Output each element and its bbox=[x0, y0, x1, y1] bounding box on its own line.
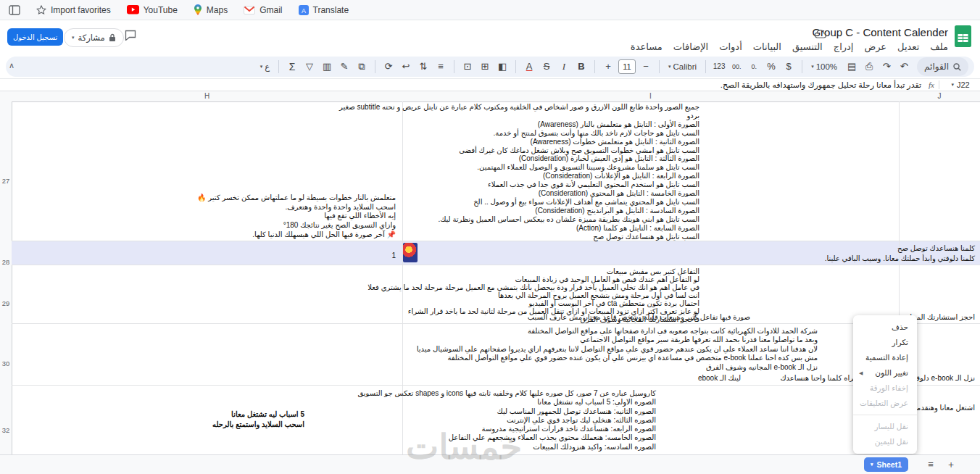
borders-icon[interactable]: ⊞ bbox=[476, 58, 494, 75]
menus-search-button[interactable]: القوائم bbox=[917, 57, 968, 76]
cell-text-line: شركة الحمد للادوات الكهربائية كانت بتواج… bbox=[417, 327, 818, 336]
column-header-h[interactable]: H bbox=[12, 92, 402, 100]
cell-I30-link[interactable]: لينك الـ ebook bbox=[698, 374, 741, 382]
menubar-item[interactable]: إدراج bbox=[834, 41, 854, 52]
vertical-align-icon[interactable]: ⇅ bbox=[415, 58, 432, 75]
duplicate-menu-item[interactable]: تكرار ◀ bbox=[853, 335, 917, 350]
insert-chart-icon[interactable]: ▥ bbox=[318, 58, 336, 75]
italic-icon[interactable]: I bbox=[555, 58, 573, 75]
row-header-30[interactable]: 30 bbox=[0, 359, 12, 367]
print-icon[interactable]: ⎙ bbox=[860, 58, 878, 75]
row-header-29[interactable]: 29 bbox=[0, 299, 12, 307]
horizontal-align-icon[interactable]: ≡ bbox=[432, 58, 449, 75]
share-button[interactable]: مشاركة ▾ bbox=[64, 28, 124, 47]
add-sheet-icon[interactable]: ＋ bbox=[944, 457, 958, 472]
bookmark-youtube[interactable]: YouTube bbox=[127, 5, 178, 15]
cell-H32[interactable]: 5 اسباب ليه تشتغل معانااسحب السلايد واست… bbox=[212, 409, 304, 429]
cell-text-line: السب تايتل هو حاجات لازم تاخد بالك منها … bbox=[339, 129, 699, 138]
menu-separator[interactable]: ◀ bbox=[853, 415, 917, 415]
column-header-j[interactable]: J bbox=[899, 92, 980, 100]
cell-text-line: السب تايتل هو استخدم المحتوي التعليمي لأ… bbox=[339, 180, 699, 189]
menubar-item[interactable]: البيانات bbox=[753, 41, 781, 52]
hide-sheet-menu-item[interactable]: إخفاء الورقة ◀ bbox=[853, 381, 917, 396]
menubar-item[interactable]: أدوات bbox=[719, 41, 742, 52]
decrease-decimal-icon[interactable]: .0 bbox=[745, 58, 763, 75]
toolbar-group-cell-format: ◧⊞⊡ bbox=[459, 58, 511, 75]
menubar-item[interactable]: التنسيق bbox=[792, 41, 823, 52]
comment-history-icon[interactable] bbox=[125, 30, 136, 43]
cell-I29-note[interactable]: صورة فيها تفاعل كتير ومبيعات قليله وشخص … bbox=[528, 313, 750, 321]
text-wrap-icon[interactable]: ↩ bbox=[397, 58, 415, 75]
menubar-item[interactable]: تعديل bbox=[897, 41, 919, 52]
row-header-32[interactable]: 32 bbox=[0, 426, 12, 434]
cell-name-box[interactable]: J22 ▾ bbox=[944, 80, 977, 89]
row-header-27[interactable]: 27 bbox=[0, 177, 12, 185]
insert-link-icon[interactable]: ⧉ bbox=[353, 58, 370, 75]
collapse-toolbar-icon[interactable]: ∧ bbox=[9, 61, 14, 70]
bookmark-gmail[interactable]: Gmail bbox=[244, 5, 282, 15]
delete-menu-item[interactable]: حذف ◀ bbox=[853, 320, 917, 335]
functions-icon[interactable]: Σ bbox=[283, 58, 301, 75]
increase-font-size-button[interactable]: + bbox=[599, 58, 617, 75]
text-direction-label: ع bbox=[265, 62, 270, 72]
bold-icon[interactable]: B bbox=[573, 58, 590, 75]
document-title[interactable]: Group C - Content Calender bbox=[812, 26, 948, 38]
filter-icon[interactable]: ▽ bbox=[301, 58, 318, 75]
menubar-item[interactable]: الإضافات bbox=[673, 41, 708, 52]
change-color-menu-item[interactable]: تغيير اللون ◀ bbox=[853, 365, 917, 381]
font-size-input[interactable]: 11 bbox=[618, 59, 636, 74]
text-direction-button[interactable]: ع ▾ bbox=[256, 58, 274, 75]
undo-icon[interactable]: ↶ bbox=[895, 58, 913, 75]
bookmark-label: Translate bbox=[313, 5, 349, 15]
cell-text-line: السب تايتل هو سلمنا مشروعك وسيبنا التسوي… bbox=[339, 163, 699, 172]
text-rotation-icon[interactable]: ⟳ bbox=[380, 58, 397, 75]
cell-text-line: الصوره الثالثه: هنخلي ليك تواجد قوي علي … bbox=[358, 416, 657, 425]
screen: Import favorites YouTube Maps Gmail A Tr… bbox=[0, 0, 980, 474]
show-comments-menu-item[interactable]: عرض التعليقات ◀ bbox=[853, 396, 917, 411]
redo-icon[interactable]: ↷ bbox=[878, 58, 895, 75]
sign-in-button[interactable]: تسجيل الدخول bbox=[7, 28, 63, 46]
fill-color-icon[interactable]: ◧ bbox=[494, 58, 511, 75]
zoom-select[interactable]: 100% ▾ bbox=[807, 58, 842, 75]
cell-I30[interactable]: شركة الحمد للادوات الكهربائية كانت بتواج… bbox=[417, 327, 818, 372]
merge-cells-icon[interactable]: ⊡ bbox=[459, 58, 476, 75]
percent-icon[interactable]: % bbox=[763, 58, 780, 75]
bookmark-maps[interactable]: Maps bbox=[194, 4, 228, 15]
paint-format-icon[interactable]: ▤ bbox=[843, 58, 860, 75]
decrease-font-size-button[interactable]: − bbox=[637, 58, 655, 75]
cell-image-thumbnail[interactable] bbox=[403, 243, 418, 262]
number-format-icon[interactable]: 123 bbox=[710, 58, 728, 75]
font-select[interactable]: Calibri ▾ bbox=[664, 58, 701, 75]
formula-input[interactable]: تقدر تبدأ معانا رحلة تحليل جمهورك واستهد… bbox=[721, 80, 921, 90]
insert-comment-icon[interactable]: ✎ bbox=[336, 58, 353, 75]
cell-text-line: التفاعل كتير بس مفيش مبيعات bbox=[368, 267, 699, 275]
bookmark-import-favorites[interactable]: Import favorites bbox=[36, 5, 111, 15]
cell-J28[interactable]: كلمنا هنساعدك توصل صحكلمنا دلوقتي وابدأ … bbox=[825, 244, 975, 263]
bookmark-translate[interactable]: A Translate bbox=[299, 5, 349, 15]
rename-menu-item[interactable]: إعادة التسمية ◀ bbox=[853, 350, 917, 365]
menus-search-label: القوائم bbox=[924, 62, 949, 72]
strikethrough-icon[interactable]: S bbox=[538, 58, 555, 75]
move-left-menu-item[interactable]: نقل لليسار ◀ bbox=[853, 419, 917, 434]
all-sheets-icon[interactable]: ≡ bbox=[923, 457, 938, 472]
menubar-item[interactable]: عرض bbox=[864, 41, 886, 52]
sheets-logo-icon[interactable] bbox=[955, 25, 971, 50]
move-right-menu-item[interactable]: نقل لليمين ◀ bbox=[853, 434, 917, 449]
column-header-i[interactable]: I bbox=[402, 92, 899, 100]
menubar-item[interactable]: ملف bbox=[930, 41, 948, 52]
cell-text-line: الصورة الرابعة : التايتل هو الإعلانات (C… bbox=[339, 172, 699, 180]
row-header-28[interactable]: 28 bbox=[0, 258, 12, 266]
menubar-item[interactable]: مساعدة bbox=[631, 41, 663, 52]
toolbar-group-insert: ⧉✎▥▽Σ bbox=[283, 58, 370, 75]
text-color-icon[interactable]: A bbox=[520, 58, 538, 75]
bookmark-label: Gmail bbox=[259, 5, 282, 15]
cell-H28[interactable]: 1 bbox=[391, 251, 396, 259]
cell-text-line: الصوره السادسه: واكيد هنزودلك المبيعات bbox=[358, 443, 657, 452]
increase-decimal-icon[interactable]: .00 bbox=[728, 58, 745, 75]
currency-icon[interactable]: $ bbox=[780, 58, 797, 75]
sidebar-icon[interactable] bbox=[9, 5, 20, 15]
sheet-tab-active[interactable]: Sheet1 ▾ bbox=[864, 457, 908, 472]
cell-I32[interactable]: كاروسيل عباره عن 7 صور، كل صوره عليها كل… bbox=[358, 389, 657, 452]
row-header-strip: 27 28 29 30 32 bbox=[0, 101, 12, 455]
cell-H27[interactable]: متعلمش بالنار خطوات بسيطة لو ما عملتهاش … bbox=[197, 194, 396, 240]
